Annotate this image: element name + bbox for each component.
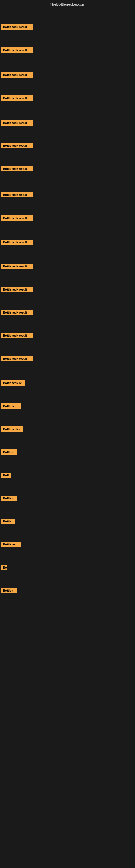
bottleneck-row: Bottleneck result	[0, 71, 35, 80]
bottleneck-bar[interactable]: Bottleneck result	[1, 310, 34, 315]
bottleneck-row: Bottleneck result	[0, 94, 35, 103]
bottleneck-row: Bottleneck result	[0, 191, 35, 199]
bottleneck-bar[interactable]: Bott	[1, 472, 11, 478]
bottleneck-row: Bottlenec	[0, 402, 21, 411]
bottleneck-bar[interactable]: Bottleneck result	[1, 95, 34, 101]
bottleneck-bar[interactable]: Bottleneck result	[1, 215, 34, 221]
bottleneck-bar[interactable]: Bottleneck re	[1, 380, 26, 386]
bottleneck-bar[interactable]: Bottleneck result	[1, 333, 34, 338]
bottleneck-row: Bottleneck result	[0, 332, 35, 340]
site-title: TheBottlenecker.com	[0, 0, 135, 8]
bottleneck-row: Bottleneck result	[0, 214, 35, 223]
bottleneck-bar[interactable]: Bottlenec	[1, 542, 20, 547]
bottleneck-bar[interactable]: Bottleneck result	[1, 240, 34, 245]
bottleneck-bar[interactable]: Bo	[1, 565, 7, 570]
bottleneck-bar[interactable]: Bottleneck result	[1, 72, 34, 78]
bottleneck-bar[interactable]: Bottlen	[1, 588, 17, 593]
bottleneck-bar[interactable]: Bottleneck result	[1, 264, 34, 269]
bottleneck-bar[interactable]: Bottle	[1, 519, 14, 524]
bottleneck-row: Bottlenec	[0, 540, 21, 549]
bottleneck-bar[interactable]: Bottlen	[1, 496, 17, 501]
bottleneck-row: Bottleneck r	[0, 425, 24, 434]
bottleneck-row: Bottlen	[0, 587, 18, 595]
bottleneck-bar[interactable]: Bottleneck result	[1, 24, 34, 30]
bottleneck-bar[interactable]: Bottleneck result	[1, 48, 34, 53]
bottleneck-bar[interactable]: Bottleneck result	[1, 192, 34, 197]
bottleneck-bar[interactable]: Bottleneck result	[1, 166, 34, 172]
cursor-indicator	[1, 733, 1, 741]
bottleneck-bar[interactable]: Bottlenec	[1, 403, 20, 409]
bottleneck-row: Bottleneck result	[0, 119, 35, 128]
bottleneck-row: Bo	[0, 564, 8, 572]
bottleneck-row: Bottlen	[0, 495, 18, 503]
bottleneck-row: Bottleneck result	[0, 142, 35, 151]
bottleneck-bar[interactable]: Bottleneck r	[1, 426, 23, 432]
bottleneck-row: Bottleneck result	[0, 286, 35, 294]
bottleneck-row: Bottleneck result	[0, 309, 35, 317]
bottleneck-row: Bottleneck result	[0, 23, 35, 32]
bottleneck-row: Bottle	[0, 518, 16, 526]
bottleneck-row: Bottleneck result	[0, 239, 35, 247]
bottleneck-row: Bottlen	[0, 448, 18, 457]
bottleneck-row: Bottleneck result	[0, 165, 35, 174]
bottleneck-row: Bottleneck result	[0, 46, 35, 55]
bottleneck-bar[interactable]: Bottleneck result	[1, 120, 34, 126]
bottleneck-bar[interactable]: Bottleneck result	[1, 143, 34, 148]
bottleneck-row: Bottleneck result	[0, 355, 35, 364]
bottleneck-row: Bottleneck re	[0, 379, 27, 388]
bottleneck-row: Bottleneck result	[0, 262, 35, 271]
bottleneck-bar[interactable]: Bottleneck result	[1, 287, 34, 292]
bottleneck-row: Bott	[0, 471, 12, 480]
bottleneck-bar[interactable]: Bottlen	[1, 450, 17, 455]
bottleneck-bar[interactable]: Bottleneck result	[1, 356, 34, 361]
page-wrapper: TheBottlenecker.com Bottleneck resultBot…	[0, 0, 135, 868]
